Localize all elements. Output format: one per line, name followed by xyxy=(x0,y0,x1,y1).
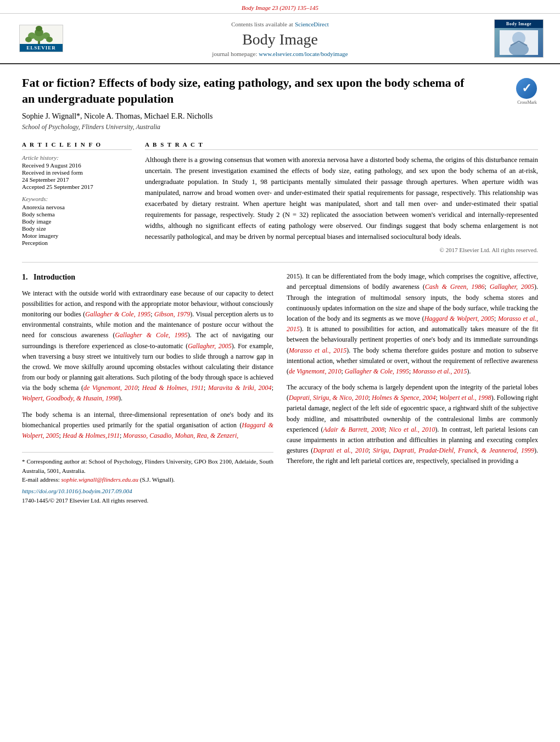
doi-line: https://doi.org/10.1016/j.bodyim.2017.09… xyxy=(22,487,273,496)
email-link[interactable]: sophie.wignall@flinders.edu.au xyxy=(61,476,138,483)
right-para1: 2015). It can be differentiated from the… xyxy=(287,271,538,377)
ref-holmes-spence-2004[interactable]: Holmes & Spence, 2004 xyxy=(372,394,435,401)
journal-center: Contents lists available at ScienceDirec… xyxy=(66,20,494,57)
abstract-col: A B S T R A C T Although there is a grow… xyxy=(145,141,538,253)
elsevier-logo: ELSEVIER xyxy=(16,22,66,55)
keyword-body-image: Body image xyxy=(22,218,132,225)
journal-citation: Body Image 23 (2017) 135–145 xyxy=(242,4,318,11)
authors: Sophie J. Wignall*, Nicole A. Thomas, Mi… xyxy=(22,112,538,121)
homepage-url[interactable]: www.elsevier.com/locate/bodyimage xyxy=(259,51,348,57)
ref-morasso-2015b[interactable]: Morasso et al., 2015 xyxy=(289,347,346,354)
author-names: Sophie J. Wignall*, Nicole A. Thomas, Mi… xyxy=(22,112,212,120)
ref-morasso-2015c[interactable]: Morasso et al., 2015 xyxy=(412,367,467,375)
title-row: Fat or fiction? Effects of body size, ea… xyxy=(22,75,538,107)
ref-haggard-wolpert-2005b[interactable]: Haggard & Wolpert, 2005 xyxy=(424,315,494,322)
email-name: (S.J. Wignall). xyxy=(140,476,175,483)
right-para2: The accuracy of the body schema is large… xyxy=(287,382,538,467)
ref-vignemont-2010b[interactable]: de Vignemont, 2010 xyxy=(289,367,341,375)
body-image-logo-title: Body Image xyxy=(495,20,543,28)
ref-wolpert-1998b[interactable]: Wolpert et al., 1998 xyxy=(439,394,491,401)
keywords-label: Keywords: xyxy=(22,196,132,202)
journal-title: Body Image xyxy=(77,31,483,48)
crossmark-icon: ✓ xyxy=(516,78,537,99)
top-bar: Body Image 23 (2017) 135–145 xyxy=(0,0,560,14)
sciencedirect-link[interactable]: ScienceDirect xyxy=(295,21,329,27)
abstract-text: Although there is a growing consensus th… xyxy=(145,154,538,242)
intro-para2: The body schema is an internal, three-di… xyxy=(22,410,273,442)
ref-gallagher-cole-1995[interactable]: Gallagher & Cole, 1995 xyxy=(85,310,150,318)
crossmark-label: CrossMark xyxy=(516,100,538,105)
received-revised-label: Received in revised form xyxy=(22,169,132,176)
keyword-perception: Perception xyxy=(22,239,132,246)
svg-point-3 xyxy=(36,26,42,31)
issn-line: 1740-1445/© 2017 Elsevier Ltd. All right… xyxy=(22,496,273,506)
ref-wolpert-1998[interactable]: Wolpert, Goodbody, & Husain, 1998 xyxy=(22,394,119,402)
ref-gallagher-2005[interactable]: Gallagher, 2005 xyxy=(188,342,232,350)
email-label: E-mail address: xyxy=(22,476,60,483)
ref-morasso-2015[interactable]: Morasso et al., 2015 xyxy=(287,315,538,333)
ref-gallagher-cole-1995c[interactable]: Gallagher & Cole, 1995 xyxy=(345,367,409,375)
body-image-logo: Body Image xyxy=(494,19,544,58)
ref-adair-barrett-2008[interactable]: Adair & Barrett, 2008 xyxy=(323,426,385,433)
contents-available: Contents lists available at ScienceDirec… xyxy=(77,20,483,29)
elsevier-tree-graphic xyxy=(20,25,63,44)
article-info-col: A R T I C L E I N F O Article history: R… xyxy=(22,141,132,253)
ref-nico-2010[interactable]: Nico et al., 2010 xyxy=(389,426,435,433)
abstract-heading: A B S T R A C T xyxy=(145,141,538,150)
ref-head-holmes-1911b[interactable]: Head & Holmes,1911 xyxy=(63,432,120,439)
ref-daprati-2010b[interactable]: Daprati et al., 2010 xyxy=(313,447,368,454)
body-columns: 1. Introduction We interact with the out… xyxy=(22,271,538,506)
ref-daprati-2010[interactable]: Daprati, Sirigu, & Nico, 2010 xyxy=(289,394,368,401)
article-content: Fat or fiction? Effects of body size, ea… xyxy=(0,64,560,517)
body-right-col: 2015). It can be differentiated from the… xyxy=(287,271,538,506)
ref-sirigu-1999[interactable]: Sirigu, Daprati, Pradat-Diehl, Franck, &… xyxy=(373,447,534,454)
journal-header: ELSEVIER Contents lists available at Sci… xyxy=(0,14,560,64)
keyword-motor-imagery: Motor imagery xyxy=(22,232,132,239)
accepted-date: Accepted 25 September 2017 xyxy=(22,183,132,190)
ref-maravita-iriki-2004[interactable]: Maravita & Iriki, 2004 xyxy=(208,384,272,392)
keyword-body-size: Body size xyxy=(22,225,132,232)
keyword-body-schema: Body schema xyxy=(22,211,132,217)
ref-gallagher-cole-1995b[interactable]: Gallagher & Cole, 1995 xyxy=(115,331,187,339)
contents-label: Contents lists available at xyxy=(231,21,293,27)
received-date-1: Received 9 August 2016 xyxy=(22,162,132,169)
keyword-anorexia: Anorexia nervosa xyxy=(22,204,132,210)
ref-head-holmes-1911[interactable]: Head & Holmes, 1911 xyxy=(142,384,204,392)
ref-vignemont-2010[interactable]: de Vignemont, 2010 xyxy=(83,384,138,392)
homepage-label: journal homepage: xyxy=(212,51,257,57)
info-abstract-row: A R T I C L E I N F O Article history: R… xyxy=(22,141,538,253)
intro-para1: We interact with the outside world with … xyxy=(22,288,273,404)
svg-point-7 xyxy=(46,37,53,42)
ref-gibson-1979[interactable]: Gibson, 1979 xyxy=(154,310,190,318)
history-label: Article history: xyxy=(22,154,132,161)
article-title: Fat or fiction? Effects of body size, ea… xyxy=(22,75,472,107)
footnote-star: * Corresponding author at: School of Psy… xyxy=(22,457,273,475)
copyright-line: © 2017 Elsevier Ltd. All rights reserved… xyxy=(145,247,538,253)
ref-morasso-2005[interactable]: Morasso, Casadio, Mohan, Rea, & Zenzeri, xyxy=(123,432,238,439)
crossmark-logo: ✓ CrossMark xyxy=(516,78,538,100)
received-date-2: 24 September 2017 xyxy=(22,176,132,183)
doi-link[interactable]: https://doi.org/10.1016/j.bodyim.2017.09… xyxy=(22,488,132,494)
intro-number: 1. xyxy=(22,273,28,281)
article-info-heading: A R T I C L E I N F O xyxy=(22,141,132,150)
footnote-section: * Corresponding author at: School of Psy… xyxy=(22,452,273,506)
page: Body Image 23 (2017) 135–145 xyxy=(0,0,560,742)
elsevier-logo-image: ELSEVIER xyxy=(19,25,63,52)
body-left-col: 1. Introduction We interact with the out… xyxy=(22,271,273,506)
ref-cash-green-1986[interactable]: Cash & Green, 1986 xyxy=(425,283,485,291)
affiliation: School of Psychology, Flinders Universit… xyxy=(22,123,538,131)
footnote-email-row: E-mail address: sophie.wignall@flinders.… xyxy=(22,475,273,484)
intro-title: Introduction xyxy=(33,273,75,281)
ref-gallagher-2005b[interactable]: Gallagher, 2005 xyxy=(490,283,534,291)
svg-point-6 xyxy=(25,37,32,42)
intro-heading: 1. Introduction xyxy=(22,271,273,283)
elsevier-text: ELSEVIER xyxy=(20,44,63,52)
journal-homepage: journal homepage: www.elsevier.com/locat… xyxy=(77,51,483,57)
section-divider xyxy=(22,262,538,263)
body-image-logo-graphic xyxy=(495,28,543,57)
